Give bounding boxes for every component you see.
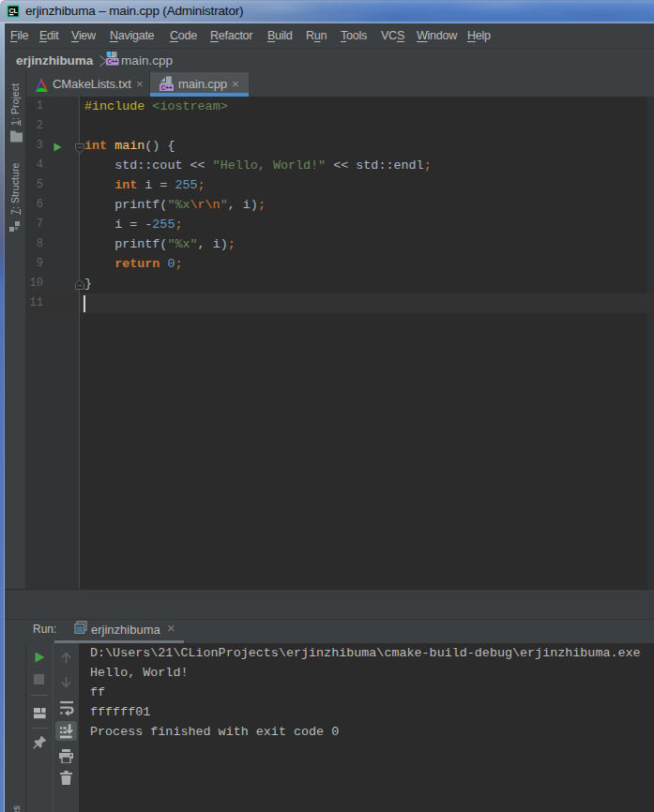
svg-text:C++: C++ <box>161 83 174 91</box>
svg-text:CL: CL <box>8 7 18 15</box>
svg-text:C++: C++ <box>107 57 118 66</box>
